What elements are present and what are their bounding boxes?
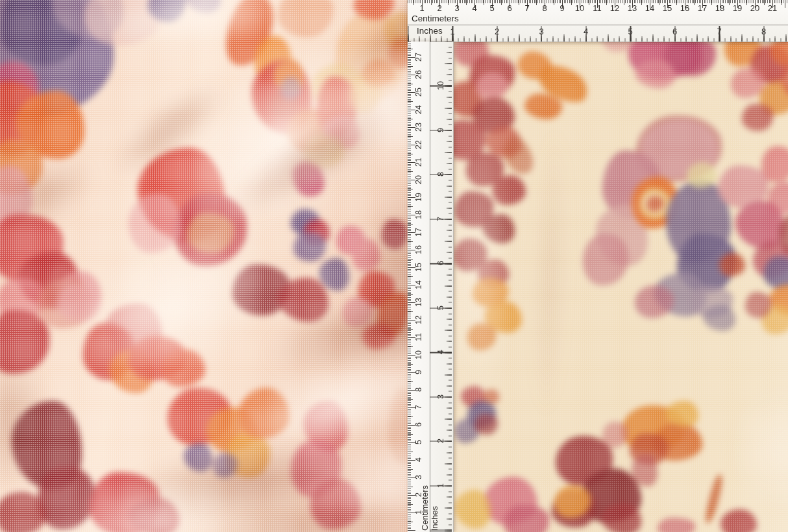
cm-tick-label: 5 (414, 435, 424, 450)
vertical-ruler-inch-ticks (430, 42, 452, 532)
cm-tick-label: 15 (661, 3, 674, 13)
cm-tick-label: 16 (678, 3, 691, 13)
cm-tick-label: 4 (468, 3, 481, 13)
cm-tick-label: 25 (414, 84, 424, 100)
cm-tick-label: 2 (433, 3, 446, 13)
cm-tick-label: 11 (591, 3, 604, 13)
cm-tick-label: 3 (450, 3, 463, 13)
vertical-ruler-centimeters-label: Centimeters (421, 485, 429, 531)
cm-tick-label: 7 (521, 3, 534, 13)
cm-tick-label: 5 (486, 3, 499, 13)
cm-tick-label: 21 (766, 3, 779, 13)
cm-tick-label: 18 (414, 207, 424, 223)
cm-tick-label: 15 (414, 260, 424, 275)
fabric-fold (713, 363, 788, 532)
horizontal-ruler-inch-ticks (408, 26, 788, 42)
fabric-product-photo: 123456789101112131415161718192021 Centim… (0, 0, 788, 532)
cm-tick-label: 12 (414, 312, 424, 328)
cm-tick-label: 4 (414, 452, 424, 468)
cm-tick-label: 20 (414, 172, 424, 187)
cm-tick-label: 11 (414, 330, 424, 345)
cm-tick-label: 19 (731, 3, 744, 13)
horizontal-ruler-centimeters-label: Centimeters (412, 14, 459, 23)
fabric-fold (521, 64, 580, 481)
cm-tick-label: 9 (414, 365, 424, 380)
cm-tick-label: 18 (713, 3, 726, 13)
cm-tick-label: 13 (626, 3, 639, 13)
cm-tick-label: 17 (696, 3, 709, 13)
cm-tick-label: 22 (414, 137, 424, 152)
cm-tick-label: 20 (748, 3, 761, 13)
flat-fabric-photo (408, 0, 788, 532)
cm-tick-label: 14 (643, 3, 656, 13)
cm-tick-label: 8 (538, 3, 551, 13)
cm-tick-label: 9 (556, 3, 569, 13)
cm-tick-label: 27 (414, 49, 424, 65)
cm-tick-label: 6 (503, 3, 516, 13)
cm-tick-label: 16 (414, 242, 424, 258)
vertical-ruler: 1234567891011121314151617181920212223242… (408, 42, 454, 532)
cm-tick-label: 21 (414, 154, 424, 170)
cm-tick-label: 7 (414, 400, 424, 415)
cm-tick-label: 12 (608, 3, 621, 13)
fabric-folds-left (0, 0, 408, 532)
cm-tick-label: 13 (414, 295, 424, 310)
cm-tick-label: 10 (573, 3, 586, 13)
cm-tick-label: 1 (415, 3, 428, 13)
cm-tick-label: 17 (414, 224, 424, 240)
cm-tick-label: 24 (414, 102, 424, 117)
cm-tick-label: 14 (414, 277, 424, 293)
fabric-folds-right (408, 0, 788, 532)
horizontal-ruler: 123456789101112131415161718192021 Centim… (408, 0, 788, 42)
cm-tick-label: 3 (414, 470, 424, 485)
cm-tick-label: 23 (414, 119, 424, 135)
cm-tick-label: 6 (414, 417, 424, 433)
cm-tick-label: 8 (414, 382, 424, 398)
cm-tick-label: 26 (414, 67, 424, 82)
draped-fabric-photo (0, 0, 408, 532)
cm-tick-label: 19 (414, 189, 424, 205)
cm-tick-label: 10 (414, 347, 424, 363)
horizontal-ruler-divider (408, 25, 788, 25)
